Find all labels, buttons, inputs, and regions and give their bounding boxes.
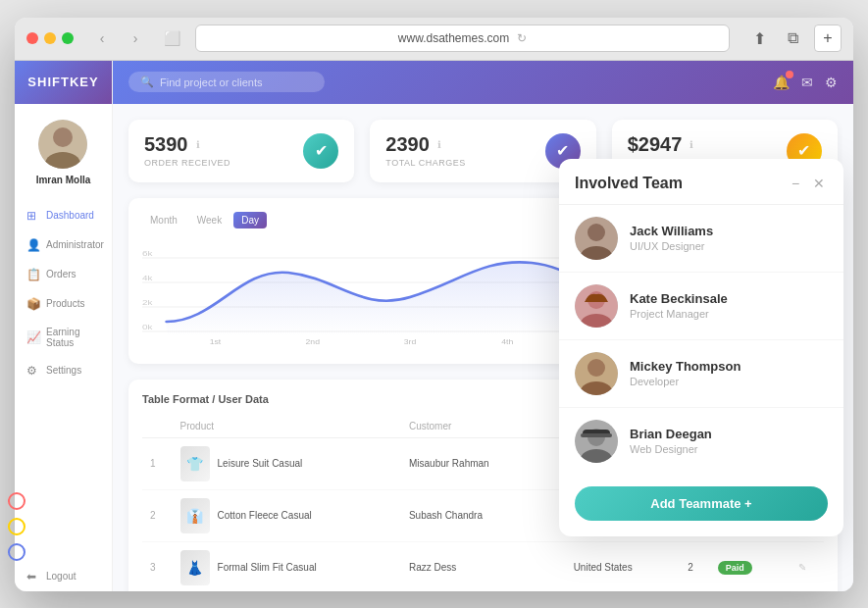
traffic-lights [26,32,74,44]
row-product: 👔 Cotton Fleece Casual [173,489,401,541]
sidebar: SHIFTKEY Imran Molla ⊞ Dashboard 👤 Ad [15,61,113,591]
row-product: 👗 Formal Slim Fit Casual [173,541,401,591]
orders-icon-circle: ✔ [303,133,338,169]
svg-text:0k: 0k [142,322,153,330]
panel-close-button[interactable]: ✕ [810,175,828,192]
row-product: 👕 Leisure Suit Casual [173,437,401,489]
close-traffic-light[interactable] [26,32,38,44]
orders-label: ORDER RECEIVED [144,158,230,168]
jack-williams-name: Jack Williams [630,224,713,238]
table-row: 3 👗 Formal Slim Fit Casual Razz Dess Uni… [142,541,824,591]
sidebar-item-orders[interactable]: 📋 Orders [15,260,112,289]
settings-top-icon[interactable]: ⚙ [825,75,838,90]
chart-tab-week[interactable]: Week [189,212,230,228]
svg-point-25 [587,359,605,377]
brian-deegan-role: Web Designer [630,443,712,455]
add-teammate-button[interactable]: Add Teammate + [575,486,828,521]
row-qty: 2 [680,541,710,591]
panel-controls: − ✕ [787,175,828,192]
col-header-product: Product [173,415,401,438]
new-tab-button[interactable]: + [814,25,842,52]
product-thumb: 👔 [180,498,210,533]
message-icon[interactable]: ✉ [801,75,813,90]
chart-tabs: Month Week Day [142,212,267,228]
col-header-num [142,415,173,438]
product-thumb: 👗 [180,550,210,585]
mickey-thompson-info: Mickey Thompson Developer [630,359,740,387]
row-customer: Misaubur Rahman [401,437,566,489]
orders-value: 5390 [144,133,188,156]
svg-text:6k: 6k [142,248,153,257]
row-actions: ✎ [791,541,824,591]
notification-icon[interactable]: 🔔 [773,75,790,90]
forward-button[interactable]: › [123,25,148,51]
avatar [38,120,87,169]
address-bar[interactable]: www.dsathemes.com ↻ [195,25,730,52]
sidebar-item-label: Orders [46,269,77,279]
url-text: www.dsathemes.com [398,31,509,45]
sidebar-item-earning-status[interactable]: 📈 Earning Status [15,319,112,356]
share-button[interactable]: ⬆ [745,25,773,52]
chart-tab-day[interactable]: Day [233,212,267,228]
sidebar-item-label: Logout [46,571,77,582]
svg-text:2nd: 2nd [306,337,320,345]
kate-beckinsale-info: Kate Beckinsale Project Manager [630,291,728,320]
user-profile: Imran Molla [36,120,91,185]
sidebar-item-administrator[interactable]: 👤 Administrator [15,230,112,260]
row-location: United States [566,541,680,591]
deco-circle-yellow [15,518,26,535]
stat-info-orders: 5390 ℹ ORDER RECEIVED [144,133,230,168]
svg-rect-31 [581,433,612,437]
main-content: 🔍 Find project or clients 🔔 ✉ ⚙ [113,61,853,591]
row-customer: Subash Chandra [401,489,566,541]
stat-info-charges: 2390 ℹ TOTAL CHARGES [385,133,465,168]
col-header-customer: Customer [401,415,566,438]
row-num: 3 [142,541,173,591]
sidebar-item-dashboard[interactable]: ⊞ Dashboard [15,201,112,230]
brian-deegan-name: Brian Deegan [630,427,712,441]
mickey-thompson-role: Developer [630,376,740,387]
maximize-traffic-light[interactable] [62,32,74,44]
brian-deegan-avatar [575,420,618,463]
notification-badge [786,71,793,78]
team-member-kate-beckinsale: Kate Beckinsale Project Manager [559,273,843,340]
sidebar-item-products[interactable]: 📦 Products [15,289,112,319]
jack-williams-avatar [575,217,618,260]
sidebar-item-label: Administrator [46,239,104,250]
brian-deegan-info: Brian Deegan Web Designer [630,427,712,455]
row-num: 2 [142,489,173,541]
tab-button[interactable]: ⬜ [156,25,187,52]
products-icon: 📦 [26,297,40,311]
sidebar-item-logout[interactable]: ⬅ Logout [15,562,112,591]
svg-point-19 [587,224,605,241]
deco-circle-blue [15,543,26,561]
duplicate-button[interactable]: ⧉ [779,25,806,52]
sidebar-item-settings[interactable]: ⚙ Settings [15,356,112,385]
sidebar-brand: SHIFTKEY [15,61,112,104]
logout-icon: ⬅ [26,570,40,583]
team-member-mickey-thompson: Mickey Thompson Developer [559,340,843,408]
top-bar: 🔍 Find project or clients 🔔 ✉ ⚙ [113,61,853,104]
status-badge: Paid [718,561,752,575]
search-bar[interactable]: 🔍 Find project or clients [128,72,325,92]
svg-text:4th: 4th [501,337,513,345]
back-button[interactable]: ‹ [89,25,115,51]
app-container: SHIFTKEY Imran Molla ⊞ Dashboard 👤 Ad [15,61,853,591]
administrator-icon: 👤 [26,238,40,252]
row-status: Paid [710,541,791,591]
earnings-value: $2947 [628,133,683,156]
browser-toolbar: ‹ › ⬜ www.dsathemes.com ↻ ⬆ ⧉ + [15,18,853,61]
panel-minimize-button[interactable]: − [787,175,804,192]
minimize-traffic-light[interactable] [44,32,56,44]
team-panel: Involved Team − ✕ J [559,159,843,536]
charges-value: 2390 [385,133,430,156]
chart-tab-month[interactable]: Month [142,212,185,228]
sidebar-item-label: Earning Status [46,327,100,348]
orders-icon: 📋 [26,268,40,281]
row-customer: Razz Dess [401,541,566,591]
reload-icon: ↻ [517,31,527,45]
user-name: Imran Molla [36,175,91,185]
team-member-jack-williams: Jack Williams UI/UX Designer [559,205,843,273]
sidebar-item-label: Settings [46,365,81,376]
team-panel-title: Involved Team [575,175,683,192]
